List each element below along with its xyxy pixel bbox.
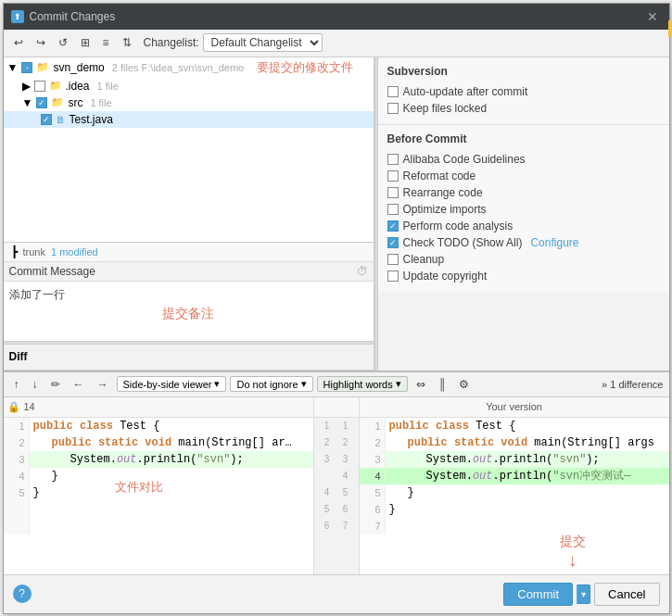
cleanup-checkbox[interactable]: [387, 254, 399, 265]
bottom-bar: ? 提交 ↓ Commit ▾ Cancel: [4, 574, 669, 613]
center-nums: 1 1 2 2 3 3 4 4 5: [313, 397, 360, 574]
diff-back-btn[interactable]: ←: [69, 375, 89, 394]
root-name: svn_demo: [53, 61, 104, 74]
auto-update-checkbox[interactable]: [387, 86, 399, 97]
perform-label: Perform code analysis: [403, 220, 514, 233]
center-row-5: 4 5: [314, 484, 359, 501]
center-row-4: 4: [314, 468, 359, 484]
right-num-6: 6: [360, 501, 386, 518]
diff-fwd-btn[interactable]: →: [93, 375, 113, 394]
ignore-chevron: ▾: [301, 378, 307, 390]
alibaba-label: Alibaba Code Guidelines: [403, 153, 526, 166]
diff-up-btn[interactable]: ↑: [9, 375, 24, 394]
right-row-2: 2 public static void main(String[] args: [360, 434, 669, 451]
columns-btn[interactable]: ⇔: [412, 375, 430, 394]
sort-btn[interactable]: ⇅: [118, 33, 136, 52]
idea-folder[interactable]: ▶ 📁 .idea 1 file: [4, 78, 374, 94]
left-code-1: public class Test {: [30, 418, 313, 434]
title-bar-left: ⬆ Commit Changes: [11, 10, 116, 23]
highlight-btn[interactable]: Highlight words ▾: [317, 376, 408, 392]
src-folder[interactable]: ▼ ✓ 📁 src 1 file: [4, 94, 374, 111]
src-name: src: [68, 96, 82, 109]
commit-button[interactable]: Commit: [503, 583, 573, 606]
viewer-chevron: ▾: [214, 378, 220, 390]
diff-full-section: ↑ ↓ ✏ ← → Side-by-side viewer ▾ Do not i…: [4, 371, 669, 574]
center-row-2: 2 2: [314, 434, 359, 451]
reformat-row: Reformat code: [387, 168, 660, 184]
test-checkbox[interactable]: ✓: [41, 114, 52, 125]
root-checkbox[interactable]: -: [21, 62, 32, 73]
close-button[interactable]: ✕: [643, 9, 662, 24]
subversion-title: Subversion: [387, 65, 660, 78]
reformat-checkbox[interactable]: [387, 170, 399, 182]
idea-checkbox[interactable]: [34, 81, 45, 92]
viewer-btn[interactable]: Side-by-side viewer ▾: [117, 376, 227, 392]
left-line-count: 14: [24, 401, 35, 412]
keep-files-label: Keep files locked: [403, 102, 488, 115]
settings-btn[interactable]: ⚙: [454, 375, 474, 394]
diff-toolbar: ↑ ↓ ✏ ← → Side-by-side viewer ▾ Do not i…: [4, 372, 669, 397]
before-commit-section: Before Commit Alibaba Code Guidelines Re…: [378, 125, 669, 292]
right-row-1: 1 public class Test {: [360, 418, 669, 434]
lines-btn[interactable]: ║: [434, 375, 451, 394]
right-row-5: 5 }: [360, 484, 669, 501]
right-num-7: 7: [360, 518, 386, 534]
rearrange-row: Rearrange code: [387, 184, 660, 201]
cleanup-row: Cleanup: [387, 251, 660, 268]
left-diff-panel: 🔒 14 1 public class Test { 2 public stat…: [4, 397, 313, 574]
right-row-4: 4 System.out.println("svn冲突测试—: [360, 468, 669, 484]
right-num-3: 3: [360, 451, 386, 468]
update-copyright-checkbox[interactable]: [387, 270, 399, 282]
changelist-select[interactable]: Default Changelist: [203, 33, 323, 52]
commit-message-input[interactable]: 添加了一行: [4, 282, 374, 341]
diff-content-area: 🔒 14 1 public class Test { 2 public stat…: [4, 397, 669, 574]
root-folder[interactable]: ▼ - 📁 svn_demo 2 files F:\idea_svn\svn_d…: [4, 57, 374, 78]
left-row-3: 3 System.out.println("svn");: [4, 451, 313, 468]
help-button[interactable]: ?: [13, 585, 32, 603]
src-folder-icon: 📁: [51, 96, 64, 108]
viewer-label: Side-by-side viewer: [123, 379, 212, 390]
src-checkbox[interactable]: ✓: [36, 97, 47, 108]
commit-dropdown-btn[interactable]: ▾: [577, 585, 590, 604]
center-header: [314, 397, 359, 418]
perform-checkbox[interactable]: ✓: [387, 220, 399, 232]
ignore-btn[interactable]: Do not ignore ▾: [230, 376, 312, 392]
check-todo-checkbox[interactable]: ✓: [387, 237, 399, 248]
forward-btn[interactable]: ↪: [32, 33, 50, 52]
root-info: 2 files F:\idea_svn\svn_demo: [112, 62, 244, 73]
src-info: 1 file: [90, 97, 111, 108]
list-btn[interactable]: ≡: [98, 33, 114, 52]
right-row-3: 3 System.out.println("svn");: [360, 451, 669, 468]
expand-icon-src: ▼: [22, 96, 33, 109]
update-copyright-label: Update copyright: [403, 270, 488, 283]
grid-btn[interactable]: ⊞: [76, 33, 95, 52]
trunk-label: trunk: [23, 246, 45, 258]
highlight-label: Highlight words: [323, 379, 393, 390]
right-num-2: 2: [360, 434, 386, 451]
test-file[interactable]: ✓ 🗎 Test.java: [4, 111, 374, 128]
rearrange-checkbox[interactable]: [387, 187, 399, 198]
diff-down-btn[interactable]: ↓: [28, 375, 43, 394]
optimize-checkbox[interactable]: [387, 204, 399, 215]
cancel-button[interactable]: Cancel: [594, 583, 659, 606]
auto-update-row: Auto-update after commit: [387, 83, 660, 100]
optimize-label: Optimize imports: [403, 203, 487, 216]
configure-link[interactable]: Configure: [530, 236, 578, 249]
right-row-7: 7: [360, 518, 669, 534]
dialog-title: Commit Changes: [30, 10, 116, 23]
refresh-btn[interactable]: ↺: [54, 33, 72, 52]
right-diff-header: Your version: [360, 397, 669, 418]
auto-update-label: Auto-update after commit: [403, 85, 528, 98]
highlight-chevron: ▾: [396, 378, 401, 390]
test-filename: Test.java: [70, 113, 113, 126]
reformat-label: Reformat code: [403, 170, 476, 182]
keep-files-checkbox[interactable]: [387, 103, 399, 114]
back-btn[interactable]: ↩: [9, 33, 28, 52]
title-bar: ⬆ Commit Changes ✕: [4, 4, 669, 30]
left-num-4: 4: [4, 468, 30, 484]
right-row-6: 6 }: [360, 501, 669, 518]
left-num-2: 2: [4, 434, 30, 451]
diff-edit-btn[interactable]: ✏: [46, 375, 65, 394]
alibaba-checkbox[interactable]: [387, 154, 399, 165]
check-todo-label: Check TODO (Show All): [403, 236, 523, 249]
